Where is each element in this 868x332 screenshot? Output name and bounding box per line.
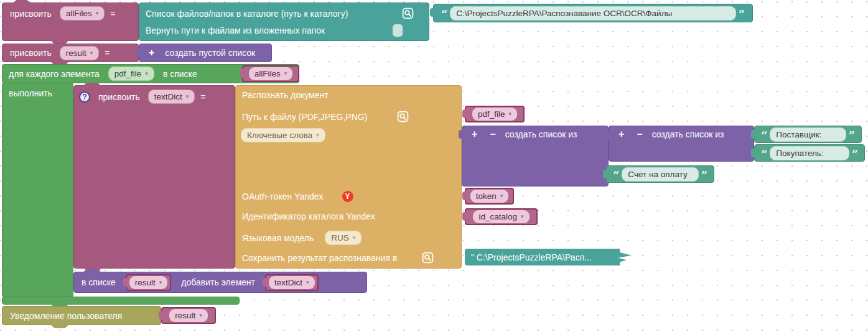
close-quote-icon: ” <box>699 169 710 179</box>
result-variable-block[interactable]: result ▾ <box>161 307 216 324</box>
recognize-title: Распознать документ <box>242 90 329 100</box>
return-nested-paths-label: Вернуть пути к файлам из вложенных папок <box>146 25 325 35</box>
blockly-workspace[interactable]: присвоить allFiles ▾ = Список файлов/пап… <box>0 0 868 332</box>
variable-name: pdf_file <box>478 109 505 119</box>
result-variable-block[interactable]: result ▾ <box>126 274 172 291</box>
invoice-string-input[interactable]: Счет на оплату <box>622 167 698 182</box>
supplier-string-input[interactable]: Поставщик: <box>770 127 846 142</box>
assign-keyword-label: присвоить <box>7 9 54 19</box>
equals-label: = <box>105 48 110 58</box>
connector <box>159 311 163 320</box>
connector <box>459 130 463 139</box>
folder-path-string-block[interactable]: “ C:\ProjectsPuzzleRPA\Распознавание OCR… <box>433 4 753 22</box>
variable-name: token <box>476 191 497 201</box>
language-model-label: Языковая модель <box>242 233 314 243</box>
string-value: Покупатель: <box>776 148 823 159</box>
in-list-label: в списке <box>163 69 197 79</box>
folder-path-value: C:\ProjectsPuzzleRPA\Распознавание OCR\O… <box>456 8 672 19</box>
allfiles-variable-block[interactable]: allFiles ▾ <box>242 65 299 82</box>
create-empty-list-block[interactable]: + создать пустой список <box>139 44 272 62</box>
plus-icon[interactable]: + <box>146 47 157 58</box>
help-icon[interactable]: ? <box>79 91 90 103</box>
variable-dropdown-allfiles[interactable]: allFiles ▾ <box>60 6 105 21</box>
equals-label: = <box>110 9 115 19</box>
folder-path-input[interactable]: C:\ProjectsPuzzleRPA\Распознавание OCR\O… <box>450 6 735 21</box>
create-list-outer-block[interactable]: + − создать список из <box>462 126 609 187</box>
token-variable-block[interactable]: token ▾ <box>465 188 514 205</box>
chevron-down-icon: ▾ <box>145 68 148 79</box>
oauth-token-label: OAuth-токен Yandex <box>242 191 324 201</box>
variable-name: allFiles <box>254 68 281 79</box>
yandex-icon: Y <box>342 191 353 202</box>
plus-icon[interactable]: + <box>469 129 480 140</box>
assign-keyword-label: присвоить <box>7 48 54 58</box>
save-path-value: " C:\ProjectsPuzzleRPA\Расп... <box>471 252 592 262</box>
string-value: Счет на оплату <box>628 169 687 180</box>
variable-dropdown-idcatalog[interactable]: id_catalog ▾ <box>473 210 529 223</box>
list-files-in-folder-block[interactable]: Список файлов/папок в каталоге (путь к к… <box>139 2 429 41</box>
open-quote-icon: “ <box>439 8 450 18</box>
for-each-do-section[interactable]: выполнить <box>2 83 73 297</box>
minus-icon[interactable]: − <box>633 129 645 140</box>
supplier-string-block[interactable]: “ Поставщик: ” <box>754 126 862 143</box>
buyer-string-block[interactable]: “ Покупатель: ” <box>754 144 865 162</box>
variable-dropdown-result[interactable]: result ▾ <box>129 276 168 289</box>
chevron-down-icon: ▾ <box>509 109 512 119</box>
language-dropdown[interactable]: RUS ▾ <box>325 231 362 245</box>
pdffile-variable-block[interactable]: pdf_file ▾ <box>465 106 525 122</box>
connector <box>263 278 267 287</box>
nested-folders-checkbox[interactable] <box>393 24 403 37</box>
file-search-icon[interactable] <box>422 252 434 264</box>
invoice-string-block[interactable]: “ Счет на оплату ” <box>606 165 714 183</box>
language-value: RUS <box>331 233 349 243</box>
file-search-icon[interactable] <box>397 111 409 122</box>
variable-dropdown-pdffile[interactable]: pdf_file ▾ <box>472 108 517 121</box>
file-path-label: Путь к файлу (PDF,JPEG,PNG) <box>242 112 367 122</box>
variable-name: pdf_file <box>114 68 142 79</box>
idcatalog-variable-block[interactable]: id_catalog ▾ <box>465 208 538 225</box>
catalog-id-label: Идентификатор каталога Yandex <box>242 211 375 221</box>
minus-icon[interactable]: − <box>487 129 498 140</box>
variable-name: textDict <box>154 91 182 102</box>
connector <box>605 130 610 139</box>
open-quote-icon: “ <box>758 148 770 158</box>
recognize-document-block[interactable]: Распознать документ Путь к файлу (PDF,JP… <box>235 85 462 269</box>
connector <box>240 69 244 78</box>
textdict-variable-block[interactable]: textDict ▾ <box>265 274 319 291</box>
in-list-label: в списке <box>82 277 116 287</box>
assign-allfiles-block[interactable]: присвоить allFiles ▾ = <box>2 2 139 41</box>
file-search-icon[interactable] <box>402 7 414 19</box>
loop-variable-dropdown[interactable]: pdf_file ▾ <box>108 67 154 81</box>
create-list-label: создать список из <box>652 129 724 139</box>
variable-name: id_catalog <box>478 211 517 222</box>
chevron-down-icon: ▾ <box>284 68 287 79</box>
notify-user-block[interactable]: Уведомление пользователя <box>2 306 161 325</box>
close-quote-icon: ” <box>736 8 747 18</box>
save-path-collapsed-block[interactable]: " C:\ProjectsPuzzleRPA\Расп... <box>465 249 632 265</box>
connector <box>462 109 467 118</box>
variable-dropdown-textdict[interactable]: textDict ▾ <box>269 276 315 289</box>
for-each-footer[interactable] <box>2 297 240 305</box>
assign-result-block[interactable]: присвоить result ▾ = <box>2 44 139 62</box>
create-list-inner-block[interactable]: + − создать список из <box>609 126 754 162</box>
plus-icon[interactable]: + <box>615 129 627 140</box>
variable-dropdown-result[interactable]: result ▾ <box>60 46 100 60</box>
assign-textdict-block[interactable]: ? присвоить textDict ▾ = <box>73 85 235 269</box>
notify-user-label: Уведомление пользователя <box>10 311 122 321</box>
close-quote-icon: ” <box>849 148 861 158</box>
variable-dropdown-result[interactable]: result ▾ <box>169 309 208 322</box>
append-to-list-block[interactable]: в списке result ▾ добавить элемент textD… <box>73 272 367 293</box>
variable-name: textDict <box>274 277 302 288</box>
keywords-dropdown[interactable]: Ключевые слова ▾ <box>241 128 325 142</box>
buyer-string-input[interactable]: Покупатель: <box>770 146 849 160</box>
create-empty-list-label: создать пустой список <box>165 48 255 58</box>
close-quote-icon: ” <box>846 129 857 139</box>
connector <box>603 170 607 178</box>
chevron-down-icon: ▾ <box>96 8 99 19</box>
connector <box>12 0 31 3</box>
chevron-down-icon: ▾ <box>306 277 309 288</box>
save-result-label: Сохранить результат распознавания в <box>242 253 397 263</box>
variable-dropdown-allfiles[interactable]: allFiles ▾ <box>249 67 293 80</box>
variable-dropdown-token[interactable]: token ▾ <box>470 190 509 203</box>
variable-dropdown-textdict[interactable]: textDict ▾ <box>148 90 195 104</box>
